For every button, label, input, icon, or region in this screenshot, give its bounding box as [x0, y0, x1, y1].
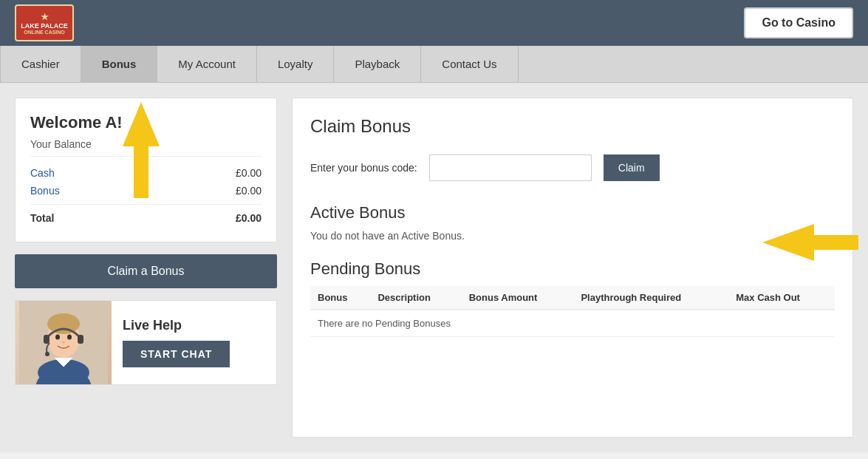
left-panel: Welcome A! Your Balance Cash £0.00 Bonus…: [15, 98, 277, 438]
nav-item-my-account[interactable]: My Account: [157, 46, 257, 82]
bonus-balance-row: Bonus £0.00: [30, 182, 262, 200]
total-label: Total: [30, 212, 54, 224]
no-pending-text: There are no Pending Bonuses: [310, 310, 835, 337]
start-chat-button[interactable]: START CHAT: [123, 341, 230, 367]
welcome-box: Welcome A! Your Balance Cash £0.00 Bonus…: [15, 98, 277, 242]
col-header-description: Description: [370, 286, 461, 310]
bonus-label: Bonus: [30, 185, 60, 197]
svg-point-11: [62, 341, 65, 344]
nav-item-contact-us[interactable]: Contact Us: [421, 46, 518, 82]
right-panel: Claim Bonus Enter your bonus code: Claim…: [292, 98, 853, 438]
claim-a-bonus-button[interactable]: Claim a Bonus: [15, 254, 277, 288]
live-help-title: Live Help: [123, 318, 230, 333]
nav-item-bonus[interactable]: Bonus: [81, 46, 158, 82]
total-balance-row: Total £0.00: [30, 209, 262, 227]
navigation: Cashier Bonus My Account Loyalty Playbac…: [0, 46, 868, 83]
pending-bonus-title: Pending Bonus: [310, 259, 835, 279]
no-active-bonus-text: You do not have an Active Bonus.: [310, 230, 835, 242]
col-header-bonus: Bonus: [310, 286, 370, 310]
logo-sub: ONLINE CASINO: [24, 30, 65, 35]
header: LAKE PALACE ONLINE CASINO Go to Casino: [0, 0, 868, 46]
svg-point-9: [55, 335, 60, 340]
cash-label: Cash: [30, 167, 55, 179]
go-to-casino-button[interactable]: Go to Casino: [744, 7, 853, 38]
logo: LAKE PALACE ONLINE CASINO: [15, 4, 74, 41]
claim-button[interactable]: Claim: [604, 154, 660, 181]
pending-bonus-table: Bonus Description Bonus Amount Playthrou…: [310, 286, 835, 337]
main-content: Welcome A! Your Balance Cash £0.00 Bonus…: [0, 83, 868, 452]
svg-rect-6: [78, 335, 83, 344]
table-header: Bonus Description Bonus Amount Playthrou…: [310, 286, 835, 310]
svg-point-10: [67, 335, 72, 340]
balance-divider: [30, 204, 262, 205]
svg-point-7: [45, 352, 49, 356]
bonus-code-row: Enter your bonus code: Claim: [310, 154, 835, 181]
nav-item-loyalty[interactable]: Loyalty: [257, 46, 335, 82]
active-bonus-title: Active Bonus: [310, 203, 835, 222]
total-value: £0.00: [236, 212, 262, 224]
col-header-max-cashout: Max Cash Out: [728, 286, 835, 310]
svg-point-4: [47, 313, 80, 334]
nav-item-cashier[interactable]: Cashier: [0, 46, 81, 82]
balance-label: Your Balance: [30, 138, 262, 157]
col-header-playthrough: Playthrough Required: [573, 286, 728, 310]
live-help-box: Live Help START CHAT: [15, 300, 277, 385]
live-help-content: Live Help START CHAT: [112, 310, 241, 375]
bonus-value: £0.00: [236, 185, 262, 197]
bonus-code-input[interactable]: [429, 154, 592, 181]
claim-bonus-title: Claim Bonus: [310, 116, 835, 143]
support-agent-image: [19, 300, 108, 385]
cash-balance-row: Cash £0.00: [30, 164, 262, 182]
table-row-empty: There are no Pending Bonuses: [310, 310, 835, 337]
cash-value: £0.00: [236, 167, 262, 179]
bonus-code-label: Enter your bonus code:: [310, 162, 417, 174]
nav-item-playback[interactable]: Playback: [334, 46, 421, 82]
logo-text: LAKE PALACE: [21, 22, 67, 30]
svg-rect-5: [44, 335, 49, 344]
logo-image: LAKE PALACE ONLINE CASINO: [15, 4, 74, 41]
welcome-title: Welcome A!: [30, 113, 262, 132]
col-header-bonus-amount: Bonus Amount: [462, 286, 574, 310]
live-help-image: [16, 300, 112, 385]
